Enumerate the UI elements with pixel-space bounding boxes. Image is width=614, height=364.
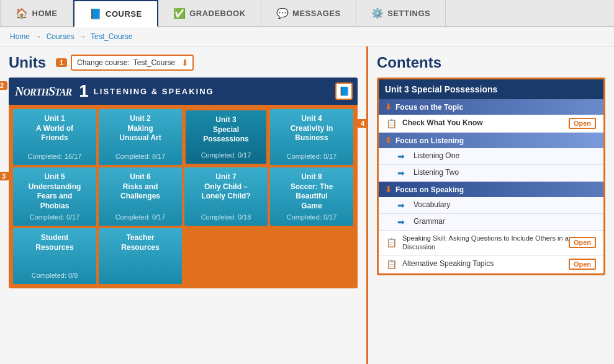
nav-settings[interactable]: ⚙️ SETTINGS (356, 0, 446, 26)
breadcrumb-test-course[interactable]: Test_Course (91, 32, 132, 41)
vocabulary-text: Vocabulary (413, 200, 596, 210)
section-listening-label: Focus on Listening (395, 136, 464, 145)
unit-cell-student-resources[interactable]: StudentResources Completed: 0/8 (13, 228, 96, 284)
speaking-skill-icon: 📋 (386, 237, 397, 247)
unit-2-progress: Completed: 8/17 (102, 153, 178, 160)
unit-cell-1[interactable]: Unit 1A World ofFriends Completed: 16/17 (13, 109, 96, 165)
student-resources-progress: Completed: 0/8 (17, 272, 93, 279)
unit-2-title: Unit 2MakingUnusual Art (102, 114, 178, 143)
content-item-alternative-speaking[interactable]: 📋 Alternative Speaking Topics Open (379, 255, 603, 273)
speaking-skill-open-button[interactable]: Open (569, 237, 596, 248)
unit-cell-8[interactable]: Unit 8Soccer: TheBeautifulGame Completed… (270, 167, 353, 226)
northstar-ebook-icon[interactable]: 📘 (335, 82, 353, 100)
section-focus-listening[interactable]: ⬇ Focus on Listening (379, 133, 603, 148)
unit-cell-7[interactable]: Unit 7Only Child –Lonely Child? Complete… (184, 167, 268, 226)
breadcrumb: Home → Courses → Test_Course (0, 27, 614, 47)
section-topic-label: Focus on the Topic (395, 103, 463, 112)
unit-4-title: Unit 4Creativity inBusiness (274, 114, 350, 143)
top-navigation: 🏠 HOME 📘 COURSE ✅ GRADEBOOK 💬 MESSAGES ⚙… (0, 0, 614, 27)
content-item-check-what-you-know[interactable]: 📋 Check What You Know Open (379, 115, 603, 133)
gradebook-icon: ✅ (173, 7, 186, 19)
change-course-value: Test_Course (133, 58, 187, 67)
content-item-vocabulary[interactable]: ➡ Vocabulary (379, 197, 603, 214)
vocabulary-icon: ➡ (397, 200, 409, 210)
badge-6: 6 (605, 197, 605, 206)
dropdown-arrow-icon: ⬇ (181, 58, 189, 68)
contents-title: Contents (377, 54, 605, 71)
unit-8-progress: Completed: 0/17 (274, 213, 350, 221)
listening-two-icon: ➡ (397, 168, 409, 178)
listening-one-icon: ➡ (397, 151, 409, 161)
section-focus-topic[interactable]: ⬇ Focus on the Topic (379, 99, 603, 115)
change-course-label: Change course: (77, 58, 130, 67)
unit-cell-6[interactable]: Unit 6Risks andChallenges Completed: 0/1… (99, 167, 182, 226)
listening-one-text: Listening One (413, 151, 596, 161)
unit-1-title: Unit 1A World ofFriends (17, 114, 93, 143)
section-speaking-arrow-icon: ⬇ (385, 185, 392, 194)
main-content: Units 1 Change course: Test_Course ⬇ 2 N… (0, 47, 614, 364)
nav-course[interactable]: 📘 COURSE (73, 0, 158, 27)
northstar-header: NORTHSTAR 1 Listening & Speaking 📘 (9, 78, 358, 105)
content-item-grammar[interactable]: ➡ Grammar (379, 214, 603, 231)
home-icon: 🏠 (16, 7, 29, 19)
badge-2: 2 (0, 81, 7, 90)
unit-cell-5[interactable]: Unit 5UnderstandingFears andPhobias Comp… (13, 167, 96, 226)
units-header: Units 1 Change course: Test_Course ⬇ (9, 54, 358, 71)
nav-home[interactable]: 🏠 HOME (0, 0, 73, 26)
content-item-speaking-skill[interactable]: 📋 Speaking Skill: Asking Questions to In… (379, 231, 603, 255)
settings-icon: ⚙️ (371, 7, 384, 19)
nav-gradebook[interactable]: ✅ GRADEBOOK (158, 0, 261, 26)
grammar-icon: ➡ (397, 217, 409, 227)
nav-home-label: HOME (32, 9, 58, 18)
unit-8-title: Unit 8Soccer: TheBeautifulGame (274, 172, 350, 211)
speaking-skill-text: Speaking Skill: Asking Questions to Incl… (402, 234, 569, 252)
contents-unit-header: Unit 3 Special Possessions (379, 79, 603, 99)
units-grid: Unit 1A World ofFriends Completed: 16/17… (13, 109, 353, 284)
check-icon: 📋 (386, 118, 397, 128)
alternative-speaking-open-button[interactable]: Open (569, 259, 596, 270)
unit-cell-3[interactable]: Unit 3SpecialPossessions Completed: 0/17 (184, 109, 268, 165)
content-item-listening-two[interactable]: ➡ Listening Two (379, 165, 603, 182)
nav-messages[interactable]: 💬 MESSAGES (261, 0, 356, 26)
badge-1: 1 (56, 58, 67, 67)
student-resources-title: StudentResources (17, 233, 93, 252)
northstar-subtitle: Listening & Speaking (94, 87, 214, 96)
content-item-listening-one[interactable]: ➡ Listening One (379, 148, 603, 165)
unit-3-progress: Completed: 0/17 (189, 151, 263, 159)
units-title: Units (9, 54, 46, 71)
northstar-logo: NORTHSTAR (15, 84, 71, 99)
unit-cell-teacher-resources[interactable]: TeacherResources (99, 228, 182, 284)
section-arrow-icon: ⬇ (385, 102, 392, 112)
section-focus-speaking[interactable]: ⬇ Focus on Speaking (379, 182, 603, 197)
section-listening-arrow-icon: ⬇ (385, 136, 392, 145)
change-course-selector[interactable]: Change course: Test_Course ⬇ (71, 55, 194, 71)
badge-5: 5 (605, 117, 605, 125)
messages-icon: 💬 (276, 7, 289, 19)
teacher-resources-title: TeacherResources (102, 233, 178, 252)
unit-5-title: Unit 5UnderstandingFears andPhobias (17, 172, 93, 211)
course-icon: 📘 (89, 8, 102, 20)
nav-settings-label: SETTINGS (387, 9, 430, 18)
unit-cell-4[interactable]: Unit 4Creativity inBusiness Completed: 0… (270, 109, 353, 165)
badge-3: 3 (0, 172, 9, 180)
contents-unit-name: Unit 3 Special Possessions (385, 84, 497, 94)
units-container: 4 3 Unit 1A World ofFriends Completed: 1… (9, 105, 358, 288)
nav-course-label: COURSE (106, 9, 142, 19)
check-what-you-know-open-button[interactable]: Open (569, 118, 596, 129)
right-panel: Contents 5 6 Unit 3 Special Possessions … (366, 47, 614, 364)
alternative-speaking-icon: 📋 (386, 259, 397, 269)
breadcrumb-home[interactable]: Home (10, 32, 30, 41)
check-what-you-know-text: Check What You Know (402, 118, 569, 128)
unit-7-title: Unit 7Only Child –Lonely Child? (188, 172, 264, 202)
unit-4-progress: Completed: 0/17 (274, 153, 350, 160)
unit-6-progress: Completed: 0/17 (102, 213, 178, 221)
northstar-number: 1 (79, 81, 89, 101)
breadcrumb-courses[interactable]: Courses (47, 32, 74, 41)
left-panel: Units 1 Change course: Test_Course ⬇ 2 N… (0, 47, 366, 364)
unit-cell-2[interactable]: Unit 2MakingUnusual Art Completed: 8/17 (99, 109, 182, 165)
unit-1-progress: Completed: 16/17 (17, 153, 93, 160)
unit-7-progress: Completed: 0/18 (188, 213, 264, 221)
listening-two-text: Listening Two (413, 168, 596, 178)
unit-6-title: Unit 6Risks andChallenges (102, 172, 178, 202)
alternative-speaking-text: Alternative Speaking Topics (402, 259, 569, 269)
